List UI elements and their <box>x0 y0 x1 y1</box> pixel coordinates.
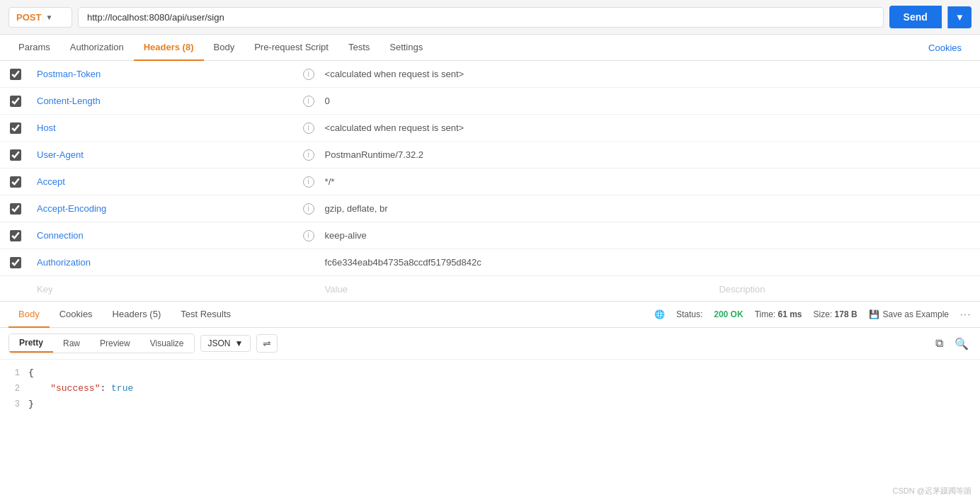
view-tab-preview[interactable]: Preview <box>90 334 140 353</box>
row-1-key: Postman-Token <box>31 64 298 84</box>
row-5-info[interactable]: i <box>298 176 319 188</box>
code-line-2: 2 "success": true <box>0 381 980 397</box>
row-1-value: <calculated when request is sent> <box>319 64 714 84</box>
more-options-icon[interactable]: ··· <box>960 309 972 319</box>
row-1-checkbox[interactable] <box>10 69 21 80</box>
status-label: Status: <box>676 309 702 319</box>
tab-headers[interactable]: Headers (8) <box>134 35 204 61</box>
tab-params[interactable]: Params <box>8 35 60 61</box>
watermark: CSDN @迟茅蹑躅等躕 <box>893 486 972 496</box>
response-tab-test-results[interactable]: Test Results <box>171 302 241 328</box>
row-3-info[interactable]: i <box>298 122 319 134</box>
url-input[interactable] <box>78 7 884 28</box>
json-value-success: true <box>111 383 133 394</box>
row-5-desc <box>713 178 980 186</box>
table-row: Accept i */* <box>0 169 980 195</box>
search-button[interactable]: 🔍 <box>952 334 972 353</box>
tab-settings[interactable]: Settings <box>380 35 433 61</box>
row-7-key: Connection <box>31 226 298 245</box>
view-tab-visualize[interactable]: Visualize <box>140 334 194 353</box>
method-selector[interactable]: POST ▼ <box>8 7 72 28</box>
placeholder-key[interactable]: Key <box>31 280 298 299</box>
placeholder-description[interactable]: Description <box>713 280 980 299</box>
row-6-value: gzip, deflate, br <box>319 199 714 218</box>
row-8-checkbox[interactable] <box>10 257 21 268</box>
tab-body[interactable]: Body <box>204 35 245 61</box>
row-2-desc <box>713 97 980 105</box>
save-example-button[interactable]: 💾 Save as Example <box>869 309 949 319</box>
check-col[interactable] <box>0 203 31 215</box>
view-tab-raw[interactable]: Raw <box>53 334 90 353</box>
top-bar: POST ▼ Send ▼ <box>0 0 980 35</box>
response-tab-body[interactable]: Body <box>8 302 50 328</box>
check-col[interactable] <box>0 176 31 188</box>
view-tabs: Pretty Raw Preview Visualize <box>8 333 195 353</box>
code-line-1: 1 { <box>0 365 980 381</box>
tab-tests[interactable]: Tests <box>338 35 380 61</box>
line-content-2: "success": true <box>28 381 980 397</box>
check-col[interactable] <box>0 122 31 134</box>
response-toolbar: Pretty Raw Preview Visualize JSON ▼ ⇌ ⧉ … <box>0 328 980 360</box>
row-7-checkbox[interactable] <box>10 230 21 241</box>
send-dropdown-button[interactable]: ▼ <box>947 6 972 28</box>
table-row: Connection i keep-alive <box>0 222 980 249</box>
format-selector[interactable]: JSON ▼ <box>200 335 251 352</box>
row-8-desc <box>713 258 980 267</box>
response-tab-cookies[interactable]: Cookies <box>50 302 103 328</box>
headers-area: Postman-Token i <calculated when request… <box>0 61 980 302</box>
method-chevron-icon: ▼ <box>45 13 52 21</box>
format-label: JSON <box>208 338 231 348</box>
check-col[interactable] <box>0 69 31 80</box>
line-content-1: { <box>28 365 980 381</box>
row-4-desc <box>713 151 980 159</box>
row-7-info[interactable]: i <box>298 230 319 241</box>
row-1-info[interactable]: i <box>298 69 319 80</box>
response-meta: 🌐 Status: 200 OK Time: 61 ms Size: 178 B… <box>654 309 972 319</box>
method-label: POST <box>16 12 41 23</box>
table-row: User-Agent i PostmanRuntime/7.32.2 <box>0 142 980 169</box>
format-chevron-icon: ▼ <box>235 338 244 348</box>
row-5-key: Accept <box>31 172 298 191</box>
row-2-info[interactable]: i <box>298 96 319 107</box>
row-4-checkbox[interactable] <box>10 149 21 161</box>
check-col[interactable] <box>0 149 31 161</box>
row-3-checkbox[interactable] <box>10 122 21 134</box>
view-tab-pretty[interactable]: Pretty <box>9 334 53 353</box>
row-7-desc <box>713 232 980 240</box>
copy-button[interactable]: ⧉ <box>933 334 946 353</box>
time-label: Time: 61 ms <box>755 309 802 319</box>
table-row: Accept-Encoding i gzip, deflate, br <box>0 195 980 222</box>
row-4-info[interactable]: i <box>298 149 319 161</box>
table-row: Content-Length i 0 <box>0 88 980 115</box>
row-7-value: keep-alive <box>319 226 714 245</box>
code-area: 1 { 2 "success": true 3 } <box>0 360 980 418</box>
tab-authorization[interactable]: Authorization <box>60 35 134 61</box>
send-button[interactable]: Send <box>889 6 942 28</box>
row-4-key: User-Agent <box>31 145 298 164</box>
response-tab-headers[interactable]: Headers (5) <box>103 302 171 328</box>
row-8-value: fc6e334eab4b4735a8ccdf51795d842c <box>319 253 714 272</box>
code-line-3: 3 } <box>0 397 980 412</box>
row-8-key: Authorization <box>31 253 298 272</box>
tab-pre-request[interactable]: Pre-request Script <box>244 35 338 61</box>
row-6-key: Accept-Encoding <box>31 199 298 218</box>
json-key-success: "success" <box>50 383 100 394</box>
table-row: Authorization fc6e334eab4b4735a8ccdf5179… <box>0 249 980 276</box>
row-5-checkbox[interactable] <box>10 176 21 188</box>
response-section: Body Cookies Headers (5) Test Results 🌐 … <box>0 302 980 418</box>
row-4-value: PostmanRuntime/7.32.2 <box>319 145 714 164</box>
placeholder-value[interactable]: Value <box>319 280 714 299</box>
line-num-2: 2 <box>0 382 28 396</box>
line-num-3: 3 <box>0 397 28 411</box>
row-2-checkbox[interactable] <box>10 96 21 107</box>
cookies-link[interactable]: Cookies <box>918 35 972 62</box>
save-example-label: Save as Example <box>883 309 949 319</box>
row-6-info[interactable]: i <box>298 203 319 215</box>
row-6-checkbox[interactable] <box>10 203 21 215</box>
check-col[interactable] <box>0 257 31 268</box>
row-3-key: Host <box>31 118 298 137</box>
check-col[interactable] <box>0 96 31 107</box>
check-col[interactable] <box>0 230 31 241</box>
filter-button[interactable]: ⇌ <box>256 334 278 353</box>
row-1-desc <box>713 70 980 79</box>
